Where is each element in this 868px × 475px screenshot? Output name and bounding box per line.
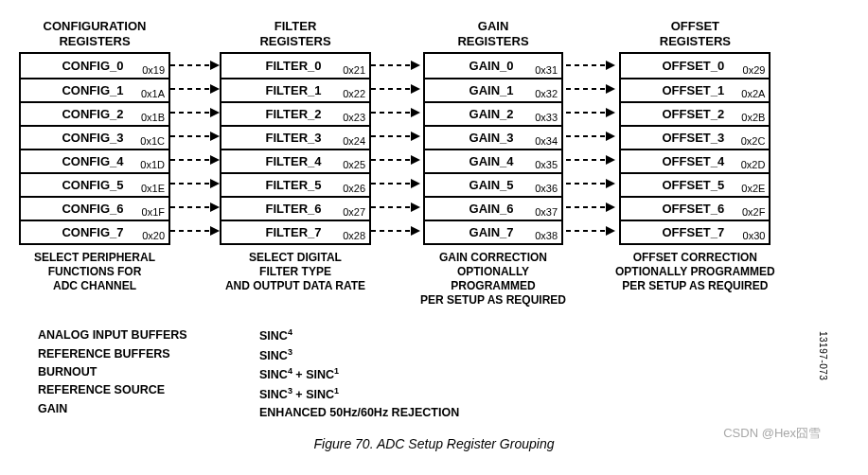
register-row: FILTER_40x25 [221, 149, 369, 172]
arrow-icon [566, 77, 615, 100]
arrow-icon [170, 53, 220, 77]
svg-marker-29 [411, 202, 420, 212]
register-column: FILTER REGISTERSFILTER_00x21FILTER_10x22… [220, 19, 371, 308]
register-address: 0x2C [741, 135, 766, 147]
register-row: OFFSET_40x2D [621, 149, 769, 172]
svg-marker-25 [411, 155, 420, 165]
register-row: OFFSET_00x29 [621, 54, 769, 78]
register-row: FILTER_10x22 [221, 78, 369, 101]
svg-marker-15 [210, 226, 220, 236]
svg-marker-13 [210, 202, 220, 212]
column-title: OFFSET REGISTERS [660, 19, 731, 48]
arrow-icon [371, 77, 420, 100]
filter-type-item: SINC3 + SINC1 [259, 385, 459, 405]
register-name: CONFIG_3 [62, 131, 127, 145]
register-address: 0x35 [535, 159, 558, 170]
peripheral-item: REFERENCE SOURCE [38, 381, 237, 399]
svg-marker-33 [606, 61, 615, 70]
register-row: CONFIG_30x1C [21, 125, 168, 149]
register-address: 0x27 [343, 206, 365, 218]
register-address: 0x2F [742, 206, 765, 218]
register-row: GAIN_60x37 [425, 196, 561, 220]
arrow-icon [170, 195, 220, 219]
register-name: GAIN_7 [469, 225, 518, 239]
svg-marker-5 [210, 108, 220, 117]
column-description: SELECT DIGITAL FILTER TYPE AND OUTPUT DA… [225, 251, 365, 293]
column-title: FILTER REGISTERS [259, 19, 330, 48]
column-description: OFFSET CORRECTION OPTIONALLY PROGRAMMED … [615, 251, 775, 293]
arrow-icon [371, 100, 420, 124]
register-name: OFFSET_3 [663, 131, 729, 145]
arrow-column [566, 19, 615, 308]
register-column: GAIN REGISTERSGAIN_00x31GAIN_10x32GAIN_2… [420, 19, 566, 308]
register-address: 0x21 [343, 64, 365, 76]
register-name: OFFSET_2 [663, 107, 729, 121]
register-name: CONFIG_7 [62, 225, 127, 239]
register-address: 0x1D [140, 159, 165, 170]
arrow-icon [566, 148, 615, 171]
filter-types-list: SINC4SINC3SINC4 + SINC1SINC3 + SINC1ENHA… [259, 326, 459, 423]
register-address: 0x2D [741, 159, 766, 170]
register-address: 0x1E [141, 183, 165, 194]
register-row: FILTER_50x26 [221, 172, 369, 196]
register-address: 0x34 [535, 135, 558, 147]
register-address: 0x36 [535, 183, 558, 194]
register-address: 0x1C [140, 135, 165, 147]
register-address: 0x26 [343, 183, 365, 194]
register-group: CONFIG_00x19CONFIG_10x1ACONFIG_20x1BCONF… [19, 52, 170, 245]
svg-marker-31 [411, 226, 420, 236]
register-address: 0x20 [142, 230, 165, 241]
register-address: 0x33 [535, 112, 558, 123]
arrow-column [371, 19, 420, 308]
arrow-icon [371, 171, 420, 195]
register-name: GAIN_6 [469, 202, 518, 216]
register-group: OFFSET_00x29OFFSET_10x2AOFFSET_20x2BOFFS… [619, 52, 771, 245]
arrow-icon [566, 219, 615, 242]
register-row: FILTER_00x21 [221, 54, 369, 78]
peripheral-item: GAIN [38, 400, 237, 418]
arrow-icon [170, 171, 220, 195]
register-row: GAIN_40x35 [425, 149, 561, 172]
peripheral-item: REFERENCE BUFFERS [38, 345, 237, 363]
register-address: 0x19 [142, 64, 165, 76]
register-name: GAIN_0 [469, 59, 518, 73]
figure-number: 13197-073 [818, 331, 828, 380]
register-name: CONFIG_6 [62, 202, 127, 216]
register-name: FILTER_0 [266, 59, 326, 73]
register-row: GAIN_50x36 [425, 172, 561, 196]
register-row: CONFIG_40x1D [21, 149, 168, 172]
register-name: FILTER_6 [266, 202, 326, 216]
register-address: 0x22 [343, 88, 365, 99]
register-address: 0x31 [535, 64, 558, 76]
arrow-icon [170, 124, 220, 148]
register-name: FILTER_4 [266, 154, 326, 168]
arrow-icon [371, 195, 420, 219]
arrow-icon [566, 53, 615, 77]
arrow-icon [371, 124, 420, 148]
arrow-icon [371, 53, 420, 77]
register-name: GAIN_3 [469, 131, 518, 145]
filter-type-item: ENHANCED 50Hz/60Hz REJECTION [259, 404, 459, 422]
register-row: OFFSET_70x30 [621, 220, 769, 243]
peripheral-item: ANALOG INPUT BUFFERS [38, 326, 237, 344]
svg-marker-43 [606, 179, 615, 188]
register-row: CONFIG_50x1E [21, 172, 168, 196]
register-row: CONFIG_70x20 [21, 220, 168, 243]
arrow-icon [371, 219, 420, 242]
register-row: FILTER_70x28 [221, 220, 369, 243]
register-name: CONFIG_2 [62, 107, 127, 121]
register-name: GAIN_4 [469, 154, 518, 168]
register-address: 0x24 [343, 135, 365, 147]
register-name: FILTER_5 [266, 178, 326, 192]
register-row: OFFSET_10x2A [621, 78, 769, 101]
register-address: 0x1F [142, 206, 165, 218]
svg-marker-27 [411, 179, 420, 188]
arrow-icon [170, 219, 220, 242]
column-title: CONFIGURATION REGISTERS [44, 19, 147, 48]
svg-marker-35 [606, 84, 615, 94]
register-row: OFFSET_20x2B [621, 101, 769, 125]
register-name: FILTER_7 [266, 225, 326, 239]
watermark: CSDN @Hex囧雪 [723, 425, 821, 442]
register-name: CONFIG_1 [62, 83, 127, 97]
peripheral-item: BURNOUT [38, 363, 237, 381]
